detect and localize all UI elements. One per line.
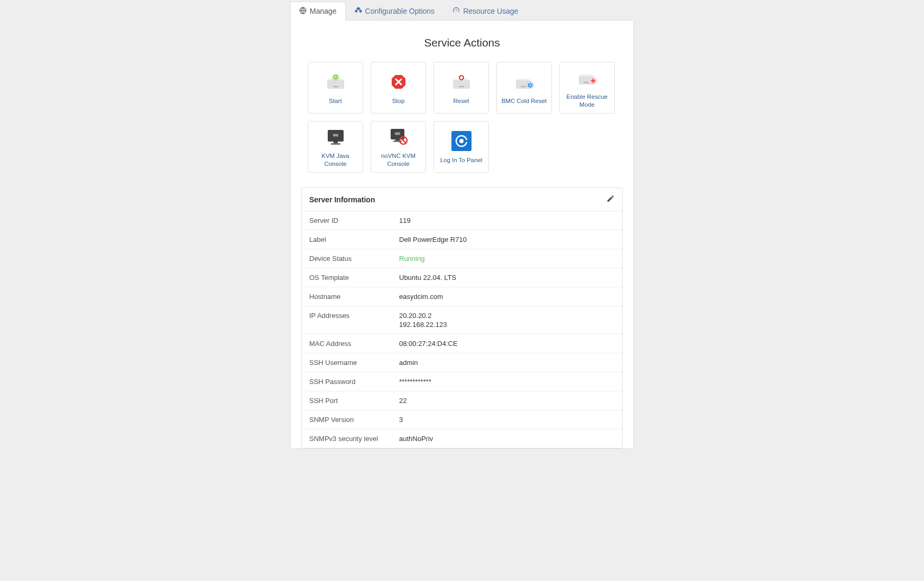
rescue-icon xyxy=(575,67,599,89)
kvm-java-console-button[interactable]: VNC KVM Java Console xyxy=(308,121,363,173)
server-info-title: Server Information xyxy=(309,195,375,204)
stop-button[interactable]: Stop xyxy=(371,62,426,114)
info-row-ssh-password: SSH Password ************ xyxy=(302,372,622,391)
enable-rescue-mode-button[interactable]: Enable Rescue Mode xyxy=(559,62,615,114)
tab-configurable-options[interactable]: Configurable Options xyxy=(346,2,444,20)
info-value: Ubuntu 22.04. LTS xyxy=(399,274,456,282)
reset-icon xyxy=(449,71,474,93)
svg-rect-32 xyxy=(465,140,469,142)
server-information-card: Server Information Server ID 119 Label D… xyxy=(301,188,623,448)
info-value: easydcim.com xyxy=(399,293,443,301)
info-key: SSH Password xyxy=(309,378,399,386)
info-row-label: Label Dell PowerEdge R710 xyxy=(302,230,622,249)
info-row-snmp-security: SNMPv3 security level authNoPriv xyxy=(302,429,622,448)
svg-point-11 xyxy=(526,81,534,89)
svg-rect-7 xyxy=(459,86,464,87)
svg-rect-21 xyxy=(331,143,340,145)
tab-label: Manage xyxy=(310,7,337,15)
tab-resource-usage[interactable]: Resource Usage xyxy=(443,2,527,20)
info-row-mac: MAC Address 08:00:27:24:D4:CE xyxy=(302,334,622,353)
novnc-kvm-console-button[interactable]: VNC noVNC KVM Console xyxy=(371,121,426,173)
action-label: BMC Cold Reset xyxy=(502,97,547,105)
globe-icon xyxy=(299,7,307,16)
start-icon xyxy=(324,71,348,93)
tab-content-manage: Service Actions Start xyxy=(290,20,634,449)
action-label: Log In To Panel xyxy=(440,156,483,164)
action-label: Start xyxy=(329,97,341,105)
tab-label: Configurable Options xyxy=(365,7,435,15)
info-value: 119 xyxy=(399,217,411,224)
info-row-server-id: Server ID 119 xyxy=(302,211,622,230)
info-value: 22 xyxy=(399,397,406,405)
service-actions-title: Service Actions xyxy=(301,36,623,49)
info-key: IP Addresses xyxy=(309,312,399,329)
info-value: 20.20.20.2 192.168.22.123 xyxy=(399,312,447,329)
svg-text:VNC: VNC xyxy=(394,132,400,135)
actions-grid: Start Stop xyxy=(301,62,623,173)
bmc-cold-reset-button[interactable]: BMC Cold Reset xyxy=(496,62,552,114)
info-row-hostname: Hostname easydcim.com xyxy=(302,287,622,306)
info-value: ************ xyxy=(399,378,431,386)
tab-manage[interactable]: Manage xyxy=(290,2,346,21)
info-key: Device Status xyxy=(309,255,399,263)
svg-rect-2 xyxy=(333,86,338,87)
action-label: Reset xyxy=(453,97,469,105)
svg-text:VNC: VNC xyxy=(332,134,338,137)
info-key: Hostname xyxy=(309,293,399,301)
info-value: Dell PowerEdge R710 xyxy=(399,236,467,243)
info-value: admin xyxy=(399,359,418,367)
info-key: MAC Address xyxy=(309,340,399,348)
panel-login-icon xyxy=(449,130,474,152)
svg-point-31 xyxy=(459,139,464,143)
info-row-ssh-port: SSH Port 22 xyxy=(302,391,622,410)
info-value: 3 xyxy=(399,416,403,424)
info-row-ip-addresses: IP Addresses 20.20.20.2 192.168.22.123 xyxy=(302,306,622,334)
action-label: KVM Java Console xyxy=(310,152,361,168)
info-row-os-template: OS Template Ubuntu 22.04. LTS xyxy=(302,268,622,287)
action-label: noVNC KVM Console xyxy=(373,152,423,168)
svg-rect-10 xyxy=(521,86,526,87)
action-label: Enable Rescue Mode xyxy=(562,93,612,109)
ip-address: 192.168.22.123 xyxy=(399,321,447,329)
info-row-device-status: Device Status Running xyxy=(302,249,622,268)
info-value: authNoPriv xyxy=(399,435,433,443)
novnc-icon: VNC xyxy=(386,126,411,148)
start-button[interactable]: Start xyxy=(308,62,363,114)
info-value: 08:00:27:24:D4:CE xyxy=(399,340,458,348)
server-info-header: Server Information xyxy=(302,188,622,211)
info-key: SNMPv3 security level xyxy=(309,435,399,443)
info-row-ssh-username: SSH Username admin xyxy=(302,353,622,372)
info-key: Server ID xyxy=(309,217,399,224)
tabs-bar: Manage Configurable Options Resource Usa… xyxy=(290,2,634,20)
status-badge: Running xyxy=(399,255,424,263)
dashboard-icon xyxy=(452,6,460,15)
info-key: OS Template xyxy=(309,274,399,282)
tab-label: Resource Usage xyxy=(463,7,518,15)
action-label: Stop xyxy=(392,97,405,105)
info-key: Label xyxy=(309,236,399,243)
info-key: SSH Port xyxy=(309,397,399,405)
svg-rect-20 xyxy=(334,142,338,143)
edit-icon[interactable] xyxy=(606,194,615,204)
info-key: SSH Username xyxy=(309,359,399,367)
reset-button[interactable]: Reset xyxy=(433,62,489,114)
info-row-snmp-version: SNMP Version 3 xyxy=(302,410,622,429)
svg-rect-13 xyxy=(584,82,589,83)
ip-address: 20.20.20.2 xyxy=(399,312,447,320)
kvm-java-icon: VNC xyxy=(324,126,348,148)
info-key: SNMP Version xyxy=(309,416,399,424)
login-to-panel-button[interactable]: Log In To Panel xyxy=(433,121,489,173)
cubes-icon xyxy=(355,6,362,15)
bmc-reset-icon xyxy=(512,71,537,93)
stop-icon xyxy=(386,71,411,93)
